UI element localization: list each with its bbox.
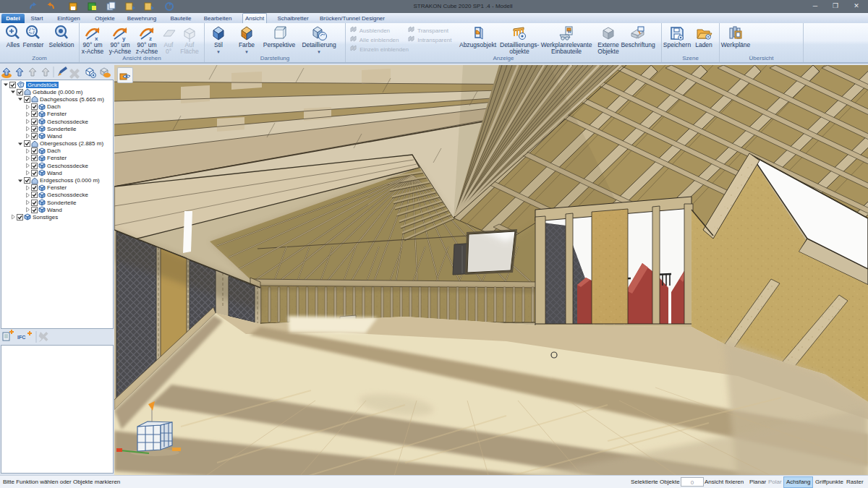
svg-text:z: z [149,35,152,42]
svg-text:x: x [95,35,98,42]
svg-text:IFC: IFC [17,335,25,340]
svg-text:y: y [122,35,126,42]
svg-text:H: H [568,30,571,34]
